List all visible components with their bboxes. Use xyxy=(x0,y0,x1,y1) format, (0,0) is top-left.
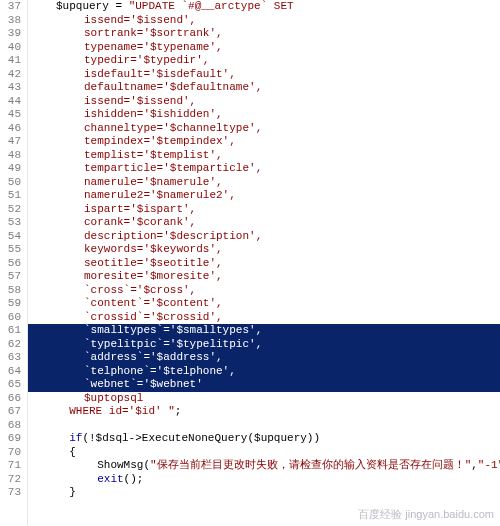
code-line[interactable]: ishidden='$ishidden', xyxy=(28,108,500,122)
line-number: 43 xyxy=(2,81,21,95)
line-number: 59 xyxy=(2,297,21,311)
code-line[interactable]: `content`='$content', xyxy=(28,297,500,311)
line-number: 67 xyxy=(2,405,21,419)
code-editor[interactable]: 3738394041424344454647484950515253545556… xyxy=(0,0,500,526)
code-line[interactable]: issend='$issend', xyxy=(28,95,500,109)
code-line[interactable]: temparticle='$temparticle', xyxy=(28,162,500,176)
line-number: 48 xyxy=(2,149,21,163)
code-line[interactable]: description='$description', xyxy=(28,230,500,244)
line-number: 65 xyxy=(2,378,21,392)
code-line[interactable]: ShowMsg("保存当前栏目更改时失败，请检查你的输入资料是否存在问题！","… xyxy=(28,459,500,473)
code-line[interactable]: corank='$corank', xyxy=(28,216,500,230)
code-line[interactable]: `crossid`='$crossid', xyxy=(28,311,500,325)
line-number: 44 xyxy=(2,95,21,109)
line-number: 69 xyxy=(2,432,21,446)
code-line[interactable]: namerule='$namerule', xyxy=(28,176,500,190)
line-number: 64 xyxy=(2,365,21,379)
code-line[interactable]: moresite='$moresite', xyxy=(28,270,500,284)
code-line[interactable]: templist='$templist', xyxy=(28,149,500,163)
code-line[interactable]: `typelitpic`='$typelitpic', xyxy=(28,338,500,352)
code-line[interactable]: $uptopsql xyxy=(28,392,500,406)
code-line[interactable]: if(!$dsql->ExecuteNoneQuery($upquery)) xyxy=(28,432,500,446)
code-line[interactable]: } xyxy=(28,486,500,500)
code-area[interactable]: $upquery = "UPDATE `#@__arctype` SETisse… xyxy=(28,0,500,526)
line-number: 57 xyxy=(2,270,21,284)
line-number: 71 xyxy=(2,459,21,473)
code-line[interactable]: sortrank='$sortrank', xyxy=(28,27,500,41)
code-line[interactable]: namerule2='$namerule2', xyxy=(28,189,500,203)
code-line[interactable]: isdefault='$isdefault', xyxy=(28,68,500,82)
line-number: 66 xyxy=(2,392,21,406)
code-line[interactable]: typedir='$typedir', xyxy=(28,54,500,68)
code-line[interactable]: WHERE id='$id' "; xyxy=(28,405,500,419)
line-number: 68 xyxy=(2,419,21,433)
code-line[interactable]: `webnet`='$webnet' xyxy=(28,378,500,392)
code-line[interactable]: `cross`='$cross', xyxy=(28,284,500,298)
code-line[interactable]: keywords='$keywords', xyxy=(28,243,500,257)
line-number: 62 xyxy=(2,338,21,352)
code-line[interactable]: `smalltypes`='$smalltypes', xyxy=(28,324,500,338)
code-line[interactable]: tempindex='$tempindex', xyxy=(28,135,500,149)
line-number: 73 xyxy=(2,486,21,500)
line-number: 61 xyxy=(2,324,21,338)
code-line[interactable]: exit(); xyxy=(28,473,500,487)
line-number: 45 xyxy=(2,108,21,122)
line-number: 60 xyxy=(2,311,21,325)
line-number-gutter: 3738394041424344454647484950515253545556… xyxy=(0,0,28,526)
line-number: 52 xyxy=(2,203,21,217)
code-line[interactable]: ispart='$ispart', xyxy=(28,203,500,217)
line-number: 46 xyxy=(2,122,21,136)
line-number: 42 xyxy=(2,68,21,82)
code-line[interactable]: issend='$issend', xyxy=(28,14,500,28)
line-number: 49 xyxy=(2,162,21,176)
line-number: 70 xyxy=(2,446,21,460)
code-line[interactable]: `address`='$address', xyxy=(28,351,500,365)
line-number: 54 xyxy=(2,230,21,244)
code-line[interactable]: typename='$typename', xyxy=(28,41,500,55)
line-number: 37 xyxy=(2,0,21,14)
line-number: 40 xyxy=(2,41,21,55)
line-number: 58 xyxy=(2,284,21,298)
code-line[interactable]: defaultname='$defaultname', xyxy=(28,81,500,95)
line-number: 51 xyxy=(2,189,21,203)
line-number: 72 xyxy=(2,473,21,487)
line-number: 41 xyxy=(2,54,21,68)
code-line[interactable] xyxy=(28,419,500,433)
code-line[interactable]: `telphone`='$telphone', xyxy=(28,365,500,379)
line-number: 55 xyxy=(2,243,21,257)
line-number: 63 xyxy=(2,351,21,365)
code-line[interactable]: seotitle='$seotitle', xyxy=(28,257,500,271)
code-line[interactable]: { xyxy=(28,446,500,460)
line-number: 39 xyxy=(2,27,21,41)
line-number: 47 xyxy=(2,135,21,149)
code-line[interactable]: channeltype='$channeltype', xyxy=(28,122,500,136)
code-line[interactable]: $upquery = "UPDATE `#@__arctype` SET xyxy=(28,0,500,14)
line-number: 50 xyxy=(2,176,21,190)
line-number: 53 xyxy=(2,216,21,230)
line-number: 38 xyxy=(2,14,21,28)
line-number: 56 xyxy=(2,257,21,271)
